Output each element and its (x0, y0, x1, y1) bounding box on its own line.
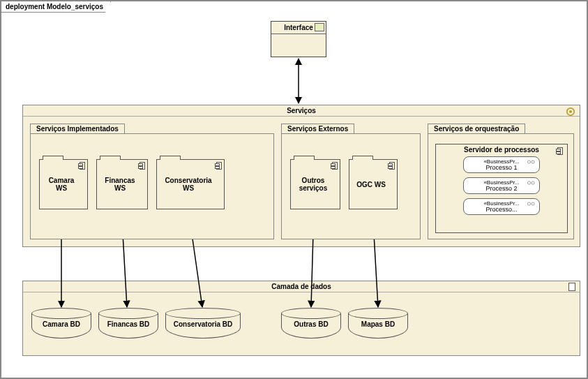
svg-point-4 (527, 181, 530, 184)
database-label: Mapas BD (348, 320, 408, 328)
component-financas-ws: Financas WS (96, 159, 148, 209)
server-node: Servidor de processos «BusinessPr... Pro… (435, 144, 568, 233)
cylinder-outras-bd: Outras BD (281, 308, 341, 339)
chain-icon (527, 159, 536, 165)
svg-point-1 (569, 110, 572, 113)
cylinder-mapas-bd: Mapas BD (348, 308, 408, 339)
artifact-icon (315, 23, 324, 31)
component-outros-servicos: Outros serviços (290, 159, 340, 209)
svg-point-7 (532, 202, 534, 205)
interface-label: Interface (284, 24, 313, 31)
database-label: Camara BD (31, 320, 91, 328)
external-panel: Outros serviços OGC WS (281, 133, 421, 239)
cylinder-conservatoria-bd: Conservatoria BD (165, 308, 241, 339)
diagram-title-tab: deployment Modelo_serviços (1, 1, 111, 13)
process-name: Processo 1 (485, 165, 517, 171)
svg-point-3 (532, 161, 534, 163)
svg-point-5 (532, 181, 534, 184)
process-2: «BusinessPr... Processo 2 (463, 177, 540, 194)
component-icon (140, 162, 145, 170)
svg-point-2 (527, 161, 530, 163)
implemented-panel: Camara WS Financas WS Conservatoria WS (30, 133, 274, 239)
data-layer-title: Camada de dados (271, 283, 331, 290)
implemented-tab: Serviços Implementados (30, 124, 125, 133)
component-icon (80, 162, 85, 170)
process-name: Processo... (485, 207, 517, 213)
component-conservatoria-ws: Conservatoria WS (156, 159, 225, 209)
component-icon (216, 162, 222, 170)
deployment-diagram: deployment Modelo_serviços Interface Ser… (0, 0, 588, 379)
process-3: «BusinessPr... Processo... (463, 198, 540, 215)
component-ogc-ws: OGC WS (349, 159, 398, 209)
component-icon (332, 162, 338, 170)
database-label: Outras BD (281, 320, 341, 328)
server-title: Servidor de processos (464, 146, 539, 154)
gear-icon (566, 107, 575, 117)
component-icon (557, 147, 563, 155)
component-label: Conservatoria WS (157, 160, 224, 209)
interface-node: Interface (271, 21, 326, 57)
cylinder-camara-bd: Camara BD (31, 308, 91, 339)
process-name: Processo 2 (485, 186, 517, 192)
data-layer-panel: Camada de dados Camara BD Financas BD Co… (22, 281, 580, 356)
cylinder-financas-bd: Financas BD (98, 308, 158, 339)
database-label: Financas BD (98, 320, 158, 328)
process-1: «BusinessPr... Processo 1 (463, 156, 540, 173)
database-icon (568, 283, 575, 291)
component-icon (389, 162, 395, 170)
external-tab: Serviços Externos (281, 124, 354, 133)
services-title: Serviços (287, 107, 316, 114)
orchestration-panel: Servidor de processos «BusinessPr... Pro… (428, 133, 574, 239)
database-label: Conservatoria BD (165, 320, 241, 328)
chain-icon (527, 201, 536, 207)
chain-icon (527, 180, 536, 186)
services-panel: Serviços Serviços Implementados Camara W… (22, 105, 580, 247)
svg-point-6 (527, 202, 530, 205)
component-camara-ws: Camara WS (39, 159, 88, 209)
orchestration-tab: Serviços de orquestração (428, 124, 525, 133)
